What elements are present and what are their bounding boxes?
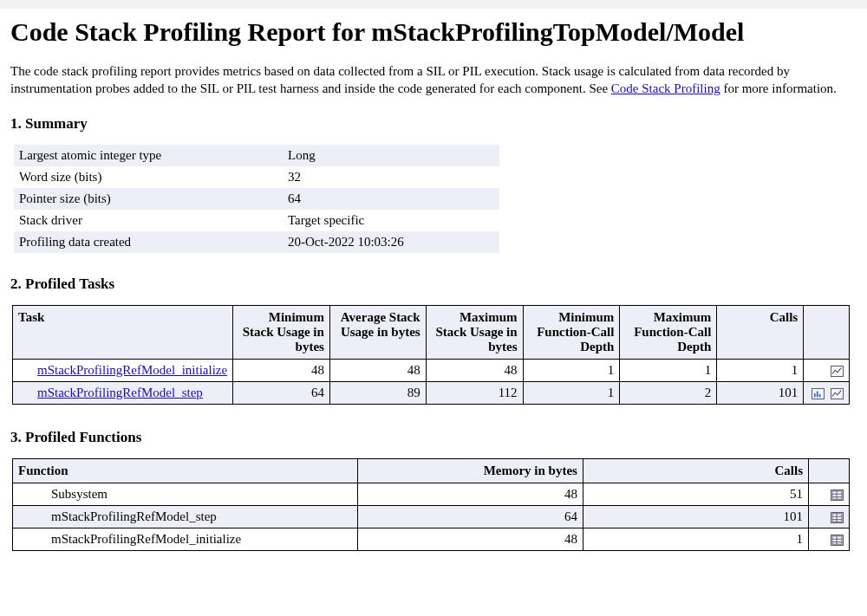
code-stack-profiling-link[interactable]: Code Stack Profiling bbox=[611, 81, 720, 95]
tasks-table: Task Minimum Stack Usage in bytes Averag… bbox=[12, 305, 850, 405]
function-name: mStackProfilingRefModel_step bbox=[13, 505, 358, 528]
intro-paragraph: The code stack profiling report provides… bbox=[10, 62, 857, 98]
summary-row: Word size (bits) 32 bbox=[14, 166, 499, 188]
table-icon[interactable] bbox=[831, 535, 844, 546]
table-row: mStackProfilingRefModel_step 64 89 112 1… bbox=[13, 381, 850, 404]
task-name-cell: mStackProfilingRefModel_step bbox=[13, 381, 233, 404]
cell-max-depth: 2 bbox=[620, 381, 717, 404]
task-name-cell: mStackProfilingRefModel_initialize bbox=[13, 359, 233, 381]
cell-memory: 48 bbox=[357, 483, 583, 505]
table-row: Subsystem 48 51 bbox=[13, 483, 850, 505]
function-name: mStackProfilingRefModel_initialize bbox=[13, 528, 358, 550]
bar-chart-icon[interactable] bbox=[812, 388, 825, 399]
summary-value: Long bbox=[283, 145, 499, 166]
svg-rect-0 bbox=[814, 393, 816, 397]
table-icon[interactable] bbox=[831, 512, 844, 523]
cell-actions bbox=[809, 505, 850, 528]
cell-calls: 101 bbox=[717, 381, 804, 404]
col-memory: Memory in bytes bbox=[357, 458, 583, 483]
cell-min-depth: 1 bbox=[523, 381, 620, 404]
task-link[interactable]: mStackProfilingRefModel_initialize bbox=[37, 363, 227, 377]
col-actions bbox=[804, 305, 850, 359]
col-avg-stack: Average Stack Usage in bytes bbox=[329, 305, 426, 359]
summary-value: 64 bbox=[283, 188, 499, 210]
col-task: Task bbox=[13, 305, 233, 359]
summary-label: Word size (bits) bbox=[14, 166, 283, 188]
summary-value: 32 bbox=[283, 166, 499, 188]
cell-max-stack: 112 bbox=[426, 381, 523, 404]
cell-actions bbox=[804, 381, 850, 404]
report-body: Code Stack Profiling Report for mStackPr… bbox=[0, 17, 867, 586]
svg-rect-1 bbox=[817, 391, 818, 397]
table-header-row: Function Memory in bytes Calls bbox=[13, 458, 850, 483]
col-function: Function bbox=[13, 458, 358, 483]
cell-calls: 101 bbox=[583, 505, 808, 528]
cell-actions bbox=[809, 528, 850, 550]
cell-calls: 1 bbox=[717, 359, 804, 381]
col-actions bbox=[809, 458, 850, 483]
page-title: Code Stack Profiling Report for mStackPr… bbox=[10, 17, 857, 47]
cell-max-stack: 48 bbox=[426, 359, 523, 381]
col-min-depth: Minimum Function-Call Depth bbox=[523, 305, 620, 359]
intro-text-post: for more information. bbox=[723, 81, 836, 95]
section-heading-summary: 1. Summary bbox=[10, 115, 857, 133]
col-max-stack: Maximum Stack Usage in bytes bbox=[426, 305, 523, 359]
section-heading-tasks: 2. Profiled Tasks bbox=[10, 276, 857, 293]
summary-value: 20-Oct-2022 10:03:26 bbox=[283, 231, 499, 253]
cell-max-depth: 1 bbox=[620, 359, 717, 381]
table-row: mStackProfilingRefModel_initialize 48 1 bbox=[13, 528, 850, 550]
summary-value: Target specific bbox=[283, 210, 499, 231]
summary-label: Profiling data created bbox=[14, 231, 283, 253]
cell-actions bbox=[809, 483, 850, 505]
cell-min-depth: 1 bbox=[523, 359, 620, 381]
svg-rect-2 bbox=[819, 393, 821, 396]
cell-avg-stack: 89 bbox=[329, 381, 426, 404]
cell-avg-stack: 48 bbox=[329, 359, 426, 381]
summary-label: Stack driver bbox=[14, 210, 283, 231]
section-heading-functions: 3. Profiled Functions bbox=[10, 429, 857, 446]
summary-label: Pointer size (bits) bbox=[14, 188, 283, 210]
table-row: mStackProfilingRefModel_step 64 101 bbox=[13, 505, 850, 528]
summary-row: Stack driver Target specific bbox=[14, 210, 499, 231]
line-chart-icon[interactable] bbox=[831, 366, 844, 377]
table-row: mStackProfilingRefModel_initialize 48 48… bbox=[13, 359, 850, 381]
cell-min-stack: 48 bbox=[233, 359, 330, 381]
col-min-stack: Minimum Stack Usage in bytes bbox=[233, 305, 330, 359]
task-link[interactable]: mStackProfilingRefModel_step bbox=[37, 386, 203, 399]
cell-memory: 48 bbox=[357, 528, 583, 550]
cell-memory: 64 bbox=[357, 505, 583, 528]
col-calls: Calls bbox=[583, 458, 808, 483]
functions-table: Function Memory in bytes Calls Subsystem… bbox=[12, 458, 850, 551]
col-max-depth: Maximum Function-Call Depth bbox=[620, 305, 717, 359]
summary-table: Largest atomic integer type Long Word si… bbox=[14, 145, 499, 253]
function-name: Subsystem bbox=[13, 483, 358, 505]
summary-row: Pointer size (bits) 64 bbox=[14, 188, 499, 210]
table-icon[interactable] bbox=[831, 490, 844, 501]
table-header-row: Task Minimum Stack Usage in bytes Averag… bbox=[13, 305, 850, 359]
summary-row: Profiling data created 20-Oct-2022 10:03… bbox=[14, 231, 499, 253]
cell-min-stack: 64 bbox=[233, 381, 330, 404]
summary-row: Largest atomic integer type Long bbox=[14, 145, 499, 166]
summary-label: Largest atomic integer type bbox=[14, 145, 283, 166]
cell-actions bbox=[804, 359, 850, 381]
col-calls: Calls bbox=[717, 305, 804, 359]
cell-calls: 51 bbox=[583, 483, 808, 505]
line-chart-icon[interactable] bbox=[831, 388, 844, 399]
cell-calls: 1 bbox=[583, 528, 808, 550]
window-chrome-strip bbox=[0, 0, 867, 9]
